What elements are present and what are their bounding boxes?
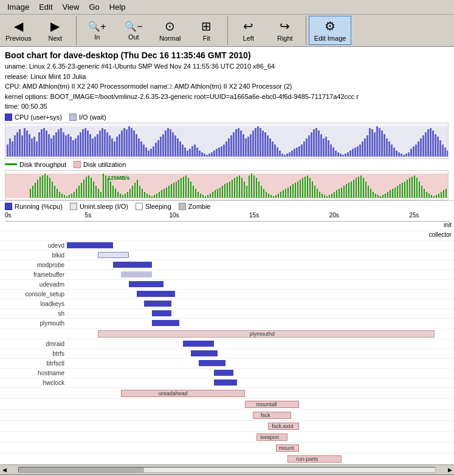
menu-image[interactable]: Image: [2, 1, 34, 13]
svg-rect-41: [104, 129, 106, 157]
svg-rect-292: [290, 186, 291, 198]
list-item: udevadm: [0, 280, 454, 290]
svg-rect-332: [387, 192, 388, 198]
svg-rect-58: [145, 148, 147, 157]
disk-chart-area: 125MB/s: [5, 170, 449, 200]
process-bar: mount: [276, 444, 299, 452]
svg-rect-345: [419, 182, 420, 198]
svg-rect-298: [304, 177, 306, 198]
zoom-in-button[interactable]: 🔍+ In: [79, 18, 115, 44]
mountall-label: mountall: [256, 401, 277, 407]
menu-go[interactable]: Go: [84, 1, 105, 13]
svg-rect-112: [277, 148, 278, 157]
process-name: plymouth: [0, 320, 67, 327]
svg-rect-231: [142, 189, 143, 198]
previous-button[interactable]: ◀ Previous: [0, 16, 37, 45]
svg-rect-330: [382, 195, 383, 198]
svg-rect-35: [89, 134, 91, 157]
process-bar: [199, 360, 226, 366]
svg-rect-235: [151, 196, 153, 198]
svg-rect-287: [278, 194, 279, 198]
svg-rect-323: [365, 182, 366, 198]
list-item: console_setup: [0, 290, 454, 299]
separator-3: [306, 16, 306, 45]
svg-rect-43: [109, 135, 111, 157]
svg-rect-194: [52, 182, 53, 198]
svg-rect-65: [162, 134, 164, 157]
svg-rect-266: [227, 183, 228, 198]
disk-util-box: [74, 161, 81, 168]
unint-legend: Unint.sleep (I/O): [70, 203, 128, 210]
svg-rect-168: [413, 146, 414, 157]
svg-rect-320: [358, 177, 359, 198]
svg-rect-308: [329, 195, 330, 198]
svg-rect-354: [441, 192, 442, 198]
svg-rect-101: [250, 134, 252, 157]
ureadahead-label: ureadahead: [159, 390, 188, 396]
svg-rect-280: [261, 186, 262, 198]
svg-rect-307: [326, 196, 328, 198]
horizontal-scrollbar[interactable]: ◀ ▶: [0, 464, 454, 474]
svg-rect-137: [337, 152, 339, 157]
svg-rect-187: [35, 183, 36, 198]
disk-util-label: Disk utilization: [83, 161, 126, 168]
svg-rect-34: [87, 131, 89, 157]
svg-rect-257: [205, 196, 206, 198]
svg-rect-123: [303, 141, 305, 157]
mount-label: mount: [279, 445, 294, 451]
svg-rect-186: [32, 186, 33, 198]
svg-rect-31: [80, 132, 81, 157]
svg-rect-274: [246, 186, 247, 198]
menu-edit[interactable]: Edit: [34, 1, 57, 13]
zoom-out-button[interactable]: 🔍− Out: [115, 18, 152, 44]
process-bar: [191, 350, 218, 356]
svg-rect-98: [242, 134, 244, 157]
menu-view[interactable]: View: [58, 1, 84, 13]
svg-rect-138: [340, 154, 342, 157]
fit-button[interactable]: ⊞ Fit: [188, 16, 225, 45]
list-item: mountall: [0, 399, 454, 410]
svg-rect-205: [78, 186, 80, 198]
svg-rect-300: [309, 178, 311, 198]
svg-rect-67: [167, 128, 169, 157]
svg-rect-281: [263, 189, 264, 198]
sleeping-label: Sleeping: [145, 203, 171, 210]
svg-rect-285: [273, 196, 274, 198]
scroll-right-arrow[interactable]: ▶: [445, 466, 454, 474]
next-button[interactable]: ▶ Next: [37, 16, 74, 45]
svg-rect-344: [416, 178, 418, 198]
svg-rect-165: [405, 154, 407, 157]
svg-rect-196: [57, 189, 58, 198]
list-item: plymouth: [0, 319, 454, 328]
svg-rect-188: [37, 180, 38, 198]
svg-rect-28: [72, 140, 74, 157]
main-content[interactable]: Boot chart for dave-desktop (Thu Dec 16 …: [0, 47, 454, 464]
svg-rect-167: [410, 149, 412, 157]
zombie-label: Zombie: [188, 203, 211, 210]
svg-rect-20: [53, 135, 55, 157]
svg-rect-200: [66, 196, 67, 198]
left-button[interactable]: ↩ Left: [230, 16, 267, 45]
normal-button[interactable]: ⊙ Normal: [152, 16, 188, 45]
svg-rect-334: [392, 189, 393, 198]
list-item: fsck.ext4: [0, 421, 454, 432]
scroll-left-arrow[interactable]: ◀: [0, 466, 9, 474]
svg-rect-234: [149, 195, 150, 198]
svg-rect-146: [359, 144, 361, 157]
scrollbar-thumb[interactable]: [19, 467, 144, 472]
separator-1: [76, 16, 77, 45]
list-item: init: [0, 222, 454, 231]
svg-rect-64: [160, 137, 162, 157]
edit-image-button[interactable]: ⚙ Edit Image: [309, 16, 352, 45]
right-button[interactable]: ↪ Right: [267, 16, 303, 45]
process-bar: [183, 341, 214, 347]
svg-rect-233: [146, 194, 148, 198]
svg-rect-50: [126, 129, 128, 157]
svg-rect-142: [349, 151, 351, 157]
menubar: Image Edit View Go Help: [0, 0, 454, 15]
svg-rect-110: [272, 141, 273, 157]
left-icon: ↩: [243, 19, 253, 33]
menu-help[interactable]: Help: [105, 1, 131, 13]
svg-rect-66: [165, 131, 167, 157]
svg-rect-190: [42, 175, 43, 198]
